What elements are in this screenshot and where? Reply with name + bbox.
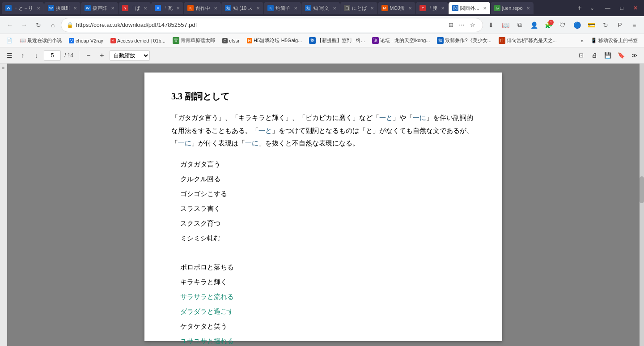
tab-list-button[interactable]: ⌄ [587,3,597,13]
pdf-more-button[interactable]: ≫ [629,50,640,61]
tab-close-9[interactable]: ✕ [370,6,374,11]
bookmark-more-button[interactable]: » [578,37,586,44]
tab-close-7[interactable]: ✕ [294,6,297,11]
print-button[interactable]: 🖨 [589,50,600,61]
sync-button[interactable]: ↻ [599,19,612,31]
tab-favicon-10: M [381,5,388,11]
tab-favicon-3: Y [122,5,128,11]
tab-close-6[interactable]: ✕ [256,6,260,11]
bookmark-6[interactable]: 签 【新提醒】签到 - 终... [306,36,368,45]
bookmark-5[interactable]: H H5游戏论坛-H5Galg... [244,36,305,45]
bookmark-0[interactable]: 📖 最近在读的小说 [17,36,64,45]
window-controls: — □ ✕ [601,3,642,13]
bookmark-2[interactable]: A Access denied | 01b... [108,37,168,44]
tab-close-2[interactable]: ✕ [111,6,114,11]
tab-3[interactable]: Y 「ば ✕ [119,2,151,14]
list-section-1: ガタガタ言う クルクル回る ゴシゴシこする スラスラ書く スクスク育つ ミシミシ… [180,157,475,246]
section-title: 3.3 副詞として [171,90,475,103]
download-button[interactable]: ⬇ [485,19,497,31]
bookmark-toggle-icon[interactable]: 📄 [4,37,15,44]
tab-7[interactable]: K 炮简子 ✕ [264,2,301,14]
tab-close-8[interactable]: ✕ [333,6,336,11]
address-bar-actions: ⊞ ⋯ ☆ [447,21,477,29]
present-button[interactable]: ⊡ [575,50,587,61]
navigation-bar: ← → ↻ ⌂ 🔒 ⊞ ⋯ ☆ ⬇ 📖 ⧉ 👤 🧩 1 🛡 🔵 💳 ↻ P ≡ [0,16,644,34]
tab-label-3: 「ば [130,5,140,12]
maximize-button[interactable]: □ [616,3,628,13]
address-bar[interactable]: 🔒 ⊞ ⋯ ☆ [61,18,483,32]
bookmark-star-icon[interactable]: ☆ [468,21,477,29]
tab-close-5[interactable]: ✕ [214,6,217,11]
bookmark-favicon-1: V [69,38,74,43]
tab-close-1[interactable]: ✕ [73,6,77,11]
tab-close-11[interactable]: ✕ [441,6,445,11]
tab-8[interactable]: 知 知 写文 ✕ [301,2,340,14]
bookmark-9[interactable]: 俳 俳句赏析"暮光是天之... [496,36,559,45]
tab-label-7: 炮简子 [275,5,290,12]
bookmark-8[interactable]: 知 致郁兼作?《美少女... [434,36,494,45]
tab-close-13[interactable]: ✕ [526,6,530,11]
tab-4[interactable]: A 「瓦 ✕ [151,2,183,14]
menu-button[interactable]: ≡ [628,19,640,31]
bookmark-7[interactable]: 论 论坛 - 龙的天空lkong... [369,36,432,45]
tab-6[interactable]: 知 知 (10 ス ✕ [221,2,263,14]
qr-code-icon[interactable]: ⊞ [447,21,455,29]
scrollbar[interactable] [640,64,644,346]
extension-button[interactable]: 🧩 1 [542,19,555,31]
page-number-input[interactable] [46,52,59,59]
profile2-button[interactable]: P [614,19,626,31]
tab-12[interactable]: 関 関西外... ✕ [449,2,490,14]
profile-button[interactable]: 👤 [528,19,540,31]
list-item-1: クルクル回る [180,172,475,187]
tab-2[interactable]: W 援声阵 ✕ [81,2,118,14]
tab-1[interactable]: W 援蹴!!! ✕ [44,2,80,14]
home-button[interactable]: ⌂ [47,19,59,31]
bookmark-3[interactable]: 青 青青草原蕉太郎 [170,36,218,45]
wallet-button[interactable]: 💳 [585,19,597,31]
bookmark-mobile[interactable]: 📱 移动设备上的书签 [588,36,640,45]
tab-favicon-8: 知 [305,5,311,11]
close-button[interactable]: ✕ [629,3,642,13]
reader-view-button[interactable]: 📖 [499,19,512,31]
new-tab-button[interactable]: + [574,3,585,13]
tab-0[interactable]: W ・と－り ✕ [2,2,44,14]
tab-label-9: にとば [352,5,367,12]
tab-11[interactable]: Y 「腰 ✕ [416,2,448,14]
save-button[interactable]: 💾 [602,50,614,61]
next-page-button[interactable]: ↓ [30,50,42,61]
zoom-out-button[interactable]: − [83,50,94,61]
tab-close-4[interactable]: ✕ [176,6,180,11]
forward-button[interactable]: → [18,19,30,31]
tab-close-10[interactable]: ✕ [408,6,412,11]
zoom-separator [79,51,79,60]
colored-item-4: ケタケタと笑う [180,319,475,334]
zoom-in-button[interactable]: + [96,50,108,61]
tab-close-3[interactable]: ✕ [144,6,147,11]
colored-item-0: ポロポロと落ちる [180,260,475,275]
scrollbar-thumb[interactable] [640,176,644,203]
tab-13[interactable]: G juen.repo ✕ [491,2,534,14]
tab-5[interactable]: K 創作中 ✕ [184,2,221,14]
sidebar-toggle-button[interactable]: ☰ [4,50,15,61]
address-more-button[interactable]: ⋯ [457,21,466,29]
prev-page-button[interactable]: ↑ [17,50,29,61]
tab-10[interactable]: M MOJ蛋 ✕ [378,2,415,14]
pdf-bookmark-button[interactable]: 🔖 [615,50,627,61]
vpn-button[interactable]: 🔵 [571,19,583,31]
bookmark-4[interactable]: C cfssr [220,37,242,44]
zoom-select[interactable]: 自動縮放 自动缩放 50% 75% 100% 125% 150% 200% [110,50,150,61]
bookmark-favicon-0: 📖 [20,38,26,43]
tab-switcher-button[interactable]: ⧉ [513,19,526,31]
reload-button[interactable]: ↻ [32,19,45,31]
tab-label-2: 援声阵 [93,5,107,12]
bookmark-1[interactable]: V cheap V2ray [66,37,106,44]
minimize-button[interactable]: — [601,3,615,13]
url-input[interactable] [76,21,444,28]
pdf-content-wrap[interactable]: 3.3 副詞として 「ガタガタ言う」、「キラキラと輝く」、「ピカピカに磨く」など… [7,64,640,346]
tab-9[interactable]: 口 にとば ✕ [340,2,377,14]
sidebar-page-icon[interactable]: ≡ [0,65,7,72]
back-button[interactable]: ← [4,19,16,31]
tab-close-0[interactable]: ✕ [37,6,40,11]
shield-button[interactable]: 🛡 [556,19,569,31]
tab-close-12[interactable]: ✕ [483,6,487,11]
